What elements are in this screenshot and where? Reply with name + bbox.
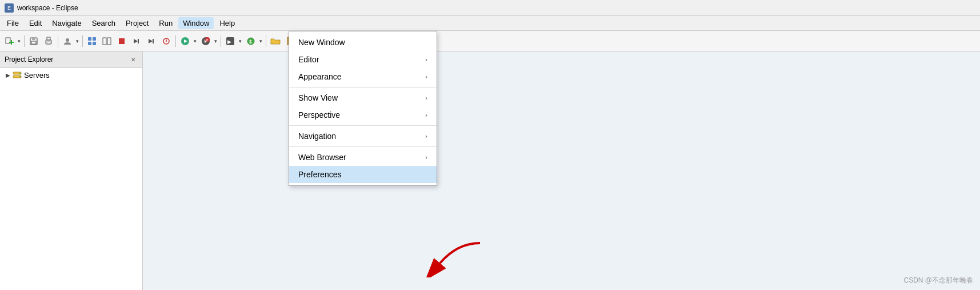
svg-rect-14 (103, 38, 106, 45)
svg-rect-12 (88, 42, 91, 45)
app-icon: E (5, 3, 14, 13)
sidebar-header: Project Explorer ✕ (0, 51, 142, 68)
new-button[interactable] (2, 34, 16, 48)
window-title: workspace - Eclipse (17, 4, 78, 12)
new-dropdown-arrow[interactable]: ▾ (16, 34, 22, 48)
extra-btn1[interactable] (159, 34, 173, 48)
svg-text:$: $ (249, 39, 252, 45)
watermark: CSDN @不念那年晚春 (903, 276, 973, 285)
menu-web-browser[interactable]: Web Browser › (289, 149, 437, 166)
svg-point-9 (66, 38, 69, 42)
window-dropdown-overlay: New Window Editor › Appearance › Show Vi… (289, 31, 437, 186)
debug-run-group: B ▾ (199, 34, 218, 48)
separator-2 (289, 125, 437, 126)
print-button[interactable] (42, 34, 55, 48)
skip-button[interactable] (130, 34, 143, 48)
sidebar-title: Project Explorer (5, 55, 53, 63)
ext-dropdown1[interactable]: ▾ (258, 34, 263, 48)
user-dropdown-arrow[interactable]: ▾ (74, 34, 80, 48)
svg-rect-11 (93, 37, 96, 41)
perspective-arrow: › (425, 112, 427, 118)
svg-rect-10 (88, 37, 91, 41)
svg-text:▶: ▶ (227, 39, 231, 45)
content-area (143, 51, 980, 290)
main-area: Project Explorer ✕ ▶ Servers (0, 51, 980, 290)
ext-group1: $ ▾ (244, 34, 263, 48)
folder-open-btn[interactable] (269, 34, 282, 48)
svg-rect-5 (31, 41, 36, 44)
appearance-arrow: › (425, 73, 427, 80)
menu-run[interactable]: Run (154, 17, 177, 29)
sep4 (175, 35, 176, 47)
separator-3 (289, 146, 437, 147)
menu-file[interactable]: File (2, 17, 23, 29)
menu-editor[interactable]: Editor › (289, 51, 437, 68)
save-button[interactable] (27, 34, 41, 48)
coverage-dropdown-arrow[interactable]: ▾ (237, 34, 243, 48)
svg-rect-16 (119, 38, 125, 44)
coverage-group: ▶ ▾ (223, 34, 243, 48)
sep6 (266, 35, 266, 47)
server-icon (13, 70, 22, 80)
window-dropdown-menu: New Window Editor › Appearance › Show Vi… (289, 31, 437, 186)
run-group: ▾ (178, 34, 198, 48)
menu-navigation[interactable]: Navigation › (289, 128, 437, 145)
menu-navigate[interactable]: Navigate (47, 17, 86, 29)
run-button[interactable] (178, 34, 192, 48)
coverage-button[interactable]: ▶ (223, 34, 237, 48)
ext-btn1[interactable]: $ (244, 34, 258, 48)
debug-run-dropdown-arrow[interactable]: ▾ (213, 34, 218, 48)
menu-preferences[interactable]: Preferences (289, 166, 437, 183)
svg-point-41 (19, 73, 21, 74)
menu-perspective[interactable]: Perspective › (289, 106, 437, 124)
menu-new-window[interactable]: New Window (289, 34, 437, 51)
menu-project[interactable]: Project (121, 17, 153, 29)
stop-button[interactable] (115, 34, 129, 48)
menu-window[interactable]: Window (178, 17, 214, 29)
web-browser-arrow: › (425, 154, 427, 161)
svg-rect-8 (47, 42, 50, 44)
sep1 (24, 35, 25, 47)
menu-search[interactable]: Search (87, 17, 120, 29)
new-button-group: ▾ (2, 34, 22, 48)
svg-point-42 (19, 76, 21, 77)
show-view-arrow: › (425, 94, 427, 101)
run-dropdown-arrow[interactable]: ▾ (192, 34, 198, 48)
sidebar: Project Explorer ✕ ▶ Servers (0, 51, 143, 290)
menu-appearance[interactable]: Appearance › (289, 68, 437, 85)
toolbar: ▾ ▾ ▾ B (0, 31, 980, 51)
sep2 (58, 35, 58, 47)
debug-button[interactable] (145, 34, 158, 48)
menu-bar: File Edit Navigate Search Project Run Wi… (0, 16, 980, 31)
user-button[interactable] (61, 34, 74, 48)
menu-help[interactable]: Help (215, 17, 239, 29)
sep5 (221, 35, 221, 47)
svg-rect-6 (46, 40, 51, 44)
menu-show-view[interactable]: Show View › (289, 89, 437, 106)
debug-run-button[interactable]: B (199, 34, 213, 48)
editor-arrow: › (425, 56, 427, 63)
navigation-arrow: › (425, 133, 427, 140)
sep3 (82, 35, 83, 47)
menu-edit[interactable]: Edit (25, 17, 46, 29)
cols-button[interactable] (100, 34, 114, 48)
sidebar-item-servers[interactable]: ▶ Servers (0, 68, 142, 82)
separator-1 (289, 87, 437, 88)
svg-rect-4 (32, 38, 35, 40)
svg-rect-15 (107, 38, 111, 45)
open-perspective-button[interactable] (85, 34, 99, 48)
servers-label: Servers (24, 71, 50, 80)
svg-rect-7 (47, 37, 50, 40)
sidebar-close-button[interactable]: ✕ (129, 55, 138, 64)
expand-icon: ▶ (5, 71, 11, 78)
user-group: ▾ (61, 34, 80, 48)
title-bar: E workspace - Eclipse (0, 0, 980, 16)
svg-rect-13 (93, 42, 96, 45)
